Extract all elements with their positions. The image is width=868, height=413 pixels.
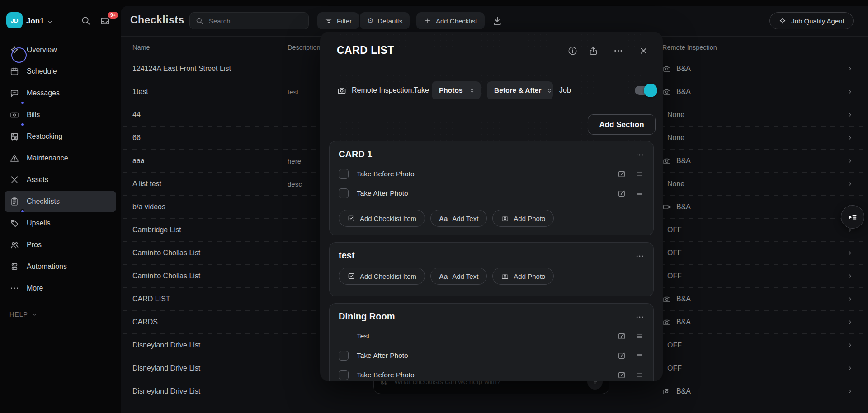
sidebar-item-automations[interactable]: Automations [5,256,116,277]
notification-badge: 9+ [107,11,119,19]
edit-icon[interactable] [617,189,626,198]
drag-handle-icon[interactable] [635,189,644,198]
section-card: CARD 1 Take Before Photo [329,141,654,235]
filter-label: Filter [337,17,352,25]
section-menu-icon[interactable] [635,150,644,160]
section-title: CARD 1 [339,149,644,160]
sidebar-item-upsells[interactable]: Upsells [5,212,116,234]
add-photo-button[interactable]: Add Photo [492,210,554,227]
section-menu-icon[interactable] [635,252,644,261]
row-name: CARDS [132,318,158,326]
checklist-item-take-before-photo: Take Before Photo [339,365,644,381]
sidebar-item-icon [9,283,19,293]
defaults-button[interactable]: ⚙ Defaults [360,12,410,29]
row-inspection-value: OFF [662,226,682,234]
inspection-text: OFF [667,249,682,257]
sidebar-item-maintenance[interactable]: Maintenance [5,147,116,169]
edit-icon[interactable] [617,332,626,341]
gear-icon: ⚙ [367,17,373,24]
drag-handle-icon[interactable] [635,169,644,178]
job-quality-agent-button[interactable]: Job Quality Agent [769,12,854,29]
sidebar-item-icon [9,262,19,272]
add-photo-button[interactable]: Add Photo [492,268,554,285]
add-checklist-item-button[interactable]: Add Checklist Item [339,268,425,285]
search-box[interactable] [189,12,309,29]
drag-handle-icon[interactable] [635,332,644,341]
chevron-right-icon [846,388,854,395]
close-icon[interactable] [638,46,649,56]
item-label: Take Before Photo [357,371,415,379]
sidebar-item-restocking[interactable]: Restocking [5,126,116,147]
checkbox-check-icon [347,272,355,280]
agent-fab-button[interactable] [841,205,864,229]
ellipsis-icon[interactable] [613,46,623,56]
sidebar-item-icon [9,218,19,228]
sidebar-item-pros[interactable]: Pros [5,234,116,256]
remote-inspection-toggle[interactable] [635,86,656,95]
item-checkbox[interactable] [339,370,349,380]
chevron-updown-icon [469,87,476,94]
row-name: 44 [132,111,141,119]
add-section-button[interactable]: Add Section [588,114,656,135]
defaults-label: Defaults [377,17,402,25]
row-name: Disneyland Drive List [132,341,200,349]
inspection-icon [662,318,671,327]
row-inspection-value: None [662,111,684,119]
add-checklist-label: Add Checklist [436,17,477,25]
inspection-icon [662,64,671,73]
checklist-item-test: Test [339,326,644,346]
edit-icon[interactable] [617,371,626,380]
sidebar-item-icon [9,197,19,206]
sidebar-item-label: Messages [27,89,60,97]
drag-handle-icon[interactable] [635,371,644,380]
row-inspection-value: B&A [662,87,691,96]
item-checkbox[interactable] [339,188,349,198]
sidebar-item-icon [9,175,19,185]
item-label: Take Before Photo [357,170,415,178]
job-label: Job [559,86,571,94]
row-description: desc [288,180,302,188]
inspection-icon [662,202,671,211]
filter-button[interactable]: Filter [317,12,359,29]
sidebar-item-icon [9,66,19,76]
item-checkbox[interactable] [339,169,349,179]
sidebar-item-schedule[interactable]: Schedule [5,61,116,82]
sidebar-item-bills[interactable]: Bills [5,104,116,126]
search-input[interactable] [208,17,303,25]
row-inspection-value: B&A [662,295,691,304]
chevron-down-icon[interactable] [47,19,53,25]
section-title: test [339,250,644,261]
filter-icon [325,17,333,25]
row-inspection-value: B&A [662,64,691,73]
sidebar-item-more[interactable]: More [5,277,116,299]
share-icon[interactable] [588,46,599,56]
media-type-select[interactable]: Photos [432,81,481,99]
help-menu[interactable]: HELP [9,311,38,318]
row-inspection-value: B&A [662,202,691,211]
timing-select[interactable]: Before & After [487,81,553,99]
sidebar-item-checklists[interactable]: Checklists [5,191,116,212]
chevron-right-icon [846,65,854,73]
checkbox-check-icon [347,214,355,222]
search-icon[interactable] [80,15,91,26]
add-checklist-item-button[interactable]: Add Checklist Item [339,210,425,227]
user-name: Jon1 [26,17,44,26]
add-text-button[interactable]: Aa Add Text [430,268,487,285]
sidebar-item-assets[interactable]: Assets [5,169,116,191]
item-checkbox[interactable] [339,351,349,361]
sidebar-item-messages[interactable]: Messages [5,82,116,104]
avatar[interactable]: JD [6,12,23,28]
drag-handle-icon[interactable] [635,351,644,360]
inspection-text: OFF [667,364,682,372]
edit-icon[interactable] [617,351,626,360]
add-checklist-button[interactable]: Add Checklist [416,12,485,29]
sidebar-item-icon [9,240,19,250]
edit-icon[interactable] [617,169,626,178]
inspection-icon [662,87,671,96]
help-label: HELP [9,311,28,318]
sidebar-item-overview[interactable]: Overview [5,39,116,61]
download-icon[interactable] [492,15,503,26]
section-menu-icon[interactable] [635,313,644,322]
info-icon[interactable] [567,46,578,56]
add-text-button[interactable]: Aa Add Text [430,210,487,227]
